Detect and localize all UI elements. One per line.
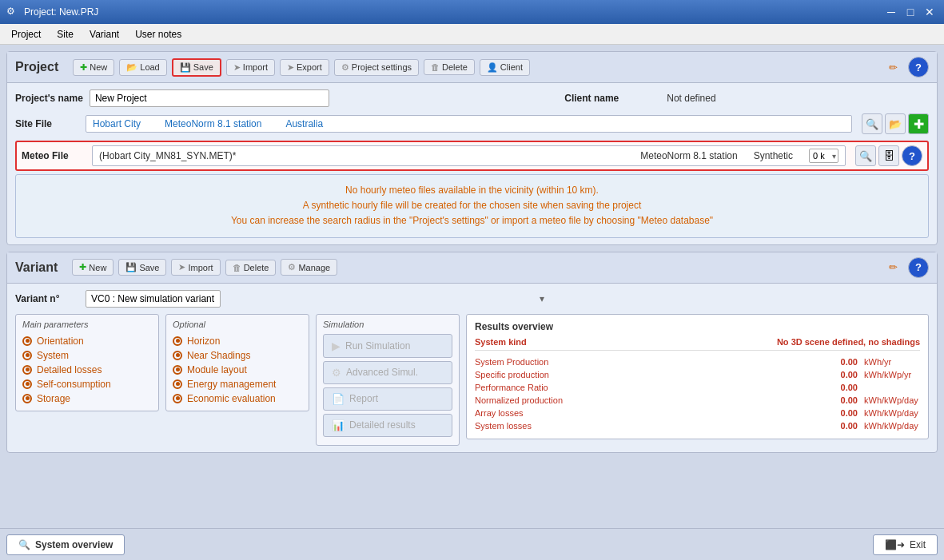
param-near-shadings-label: Near Shadings xyxy=(187,350,250,361)
results-row: Array losses 0.00 kWh/kWp/day xyxy=(475,407,920,419)
site-name[interactable]: Hobart City xyxy=(93,118,141,129)
detailed-results-button[interactable]: 📊 Detailed results xyxy=(323,414,452,437)
results-row-unit-3: kWh/kWp/day xyxy=(864,395,920,405)
advanced-simul-icon: ⚙ xyxy=(332,367,341,379)
site-search-button[interactable]: 🔍 xyxy=(862,113,882,134)
param-system[interactable]: System xyxy=(22,348,152,363)
import-arrow-icon: ➤ xyxy=(233,62,241,73)
radio-module-layout xyxy=(173,365,182,375)
param-module-layout-label: Module layout xyxy=(187,364,247,375)
menu-project[interactable]: Project xyxy=(3,27,49,42)
maximize-button[interactable]: □ xyxy=(902,4,918,20)
variant-delete-button[interactable]: 🗑 Delete xyxy=(225,260,277,276)
project-new-label: New xyxy=(90,62,107,72)
param-detailed-losses[interactable]: Detailed losses xyxy=(22,363,152,377)
results-row-label-0: System Production xyxy=(475,357,548,367)
site-folder-button[interactable]: 📂 xyxy=(885,113,906,134)
menu-site[interactable]: Site xyxy=(49,27,82,42)
param-detailed-losses-label: Detailed losses xyxy=(37,364,102,375)
project-name-row: Project's name Client name Not defined xyxy=(15,89,929,107)
settings-gear-icon: ⚙ xyxy=(341,62,349,73)
site-file-label: Site File xyxy=(15,118,79,129)
report-button[interactable]: 📄 Report xyxy=(323,387,452,411)
project-load-button[interactable]: 📂 Load xyxy=(119,59,166,76)
variant-select[interactable]: VC0 : New simulation variant xyxy=(86,290,221,308)
system-overview-label: System overview xyxy=(35,539,113,550)
results-row-label-4: Array losses xyxy=(475,408,524,418)
param-storage[interactable]: Storage xyxy=(22,391,152,406)
close-button[interactable]: ✕ xyxy=(922,4,938,20)
param-horizon[interactable]: Horizon xyxy=(173,334,302,348)
site-source[interactable]: MeteoNorm 8.1 station xyxy=(165,118,261,129)
project-new-button[interactable]: ✚ New xyxy=(73,59,114,76)
site-add-button[interactable]: ✚ xyxy=(908,113,929,134)
radio-storage xyxy=(22,394,32,403)
variant-new-label: New xyxy=(89,263,106,272)
param-near-shadings[interactable]: Near Shadings xyxy=(173,348,302,363)
new-plus-icon: ✚ xyxy=(80,62,87,73)
results-row-label-3: Normalized production xyxy=(475,395,563,405)
variant-save-button[interactable]: 💾 Save xyxy=(118,259,166,276)
site-country[interactable]: Australia xyxy=(285,118,323,129)
simulation-box: Simulation ▶ Run Simulation ⚙ Advanced S… xyxy=(316,314,460,446)
param-module-layout[interactable]: Module layout xyxy=(173,363,302,377)
radio-economic-evaluation xyxy=(173,394,182,403)
project-delete-button[interactable]: 🗑 Delete xyxy=(424,59,475,75)
variant-new-button[interactable]: ✚ New xyxy=(72,259,114,276)
menu-variant[interactable]: Variant xyxy=(82,27,127,42)
project-panel-body: Project's name Client name Not defined S… xyxy=(7,83,937,244)
advanced-simul-label: Advanced Simul. xyxy=(346,367,418,378)
meteo-size-select[interactable]: 0 k xyxy=(809,149,838,163)
advanced-simul-button[interactable]: ⚙ Advanced Simul. xyxy=(323,361,452,384)
meteo-help-button[interactable]: ? xyxy=(902,145,922,166)
project-import-label: Import xyxy=(243,62,268,72)
variant-select-wrapper[interactable]: VC0 : New simulation variant xyxy=(86,290,549,308)
run-simulation-button[interactable]: ▶ Run Simulation xyxy=(323,334,452,358)
system-overview-button[interactable]: 🔍 System overview xyxy=(6,534,125,555)
results-row-value-2: 0.00 xyxy=(841,383,858,392)
param-energy-management[interactable]: Energy management xyxy=(173,377,302,391)
radio-system xyxy=(22,351,32,360)
param-storage-label: Storage xyxy=(37,393,70,404)
param-self-consumption[interactable]: Self-consumption xyxy=(22,377,152,391)
results-col-system-kind: System kind xyxy=(475,337,527,347)
project-edit-button[interactable]: ✏ xyxy=(882,57,903,77)
results-row-value-1: 0.00 xyxy=(841,370,858,379)
project-client-button[interactable]: 👤 Client xyxy=(480,59,530,76)
results-col-value: No 3D scene defined, no shadings xyxy=(777,337,920,347)
radio-orientation xyxy=(22,336,32,346)
variant-save-icon: 💾 xyxy=(125,262,137,272)
variant-new-plus-icon: ✚ xyxy=(79,262,86,272)
project-panel-title: Project xyxy=(15,60,58,74)
results-row-value-5: 0.00 xyxy=(841,421,858,431)
projects-name-input[interactable] xyxy=(90,89,329,107)
variant-panel-header: Variant ✚ New 💾 Save ➤ Import 🗑 Delete xyxy=(7,252,937,284)
main-params-box: Main parameters Orientation System Detai… xyxy=(15,314,159,411)
variant-num-row: Variant n° VC0 : New simulation variant xyxy=(15,290,929,308)
meteo-file-name[interactable]: (Hobart City_MN81_SYN.MET)* xyxy=(99,150,236,161)
meteo-type: Synthetic xyxy=(754,150,793,161)
variant-import-button[interactable]: ➤ Import xyxy=(171,259,220,276)
project-help-button[interactable]: ? xyxy=(908,57,929,77)
exit-button[interactable]: ⬛➜ Exit xyxy=(873,534,938,555)
variant-n-label: Variant n° xyxy=(15,293,79,304)
radio-energy-management xyxy=(173,379,182,389)
variant-edit-button[interactable]: ✏ xyxy=(882,257,903,278)
meteo-file-row: Meteo File (Hobart City_MN81_SYN.MET)* M… xyxy=(15,141,929,171)
param-system-label: System xyxy=(37,350,69,361)
minimize-button[interactable]: ─ xyxy=(883,4,899,20)
variant-manage-button[interactable]: ⚙ Manage xyxy=(281,259,337,276)
meteo-size-dropdown[interactable]: 0 k xyxy=(809,149,838,163)
param-orientation[interactable]: Orientation xyxy=(22,334,152,348)
variant-help-button[interactable]: ? xyxy=(908,257,929,278)
meteo-database-button[interactable]: 🗄 xyxy=(878,145,899,166)
project-export-button[interactable]: ➤ Export xyxy=(280,59,329,76)
menu-user-notes[interactable]: User notes xyxy=(127,27,189,42)
variant-panel-title: Variant xyxy=(15,260,58,275)
project-settings-button[interactable]: ⚙ Project settings xyxy=(334,59,419,76)
meteo-search-button[interactable]: 🔍 xyxy=(855,145,876,166)
run-simulation-label: Run Simulation xyxy=(345,340,410,351)
param-economic-evaluation[interactable]: Economic evaluation xyxy=(173,391,302,406)
project-save-button[interactable]: 💾 Save xyxy=(172,58,221,77)
project-import-button[interactable]: ➤ Import xyxy=(226,59,275,76)
